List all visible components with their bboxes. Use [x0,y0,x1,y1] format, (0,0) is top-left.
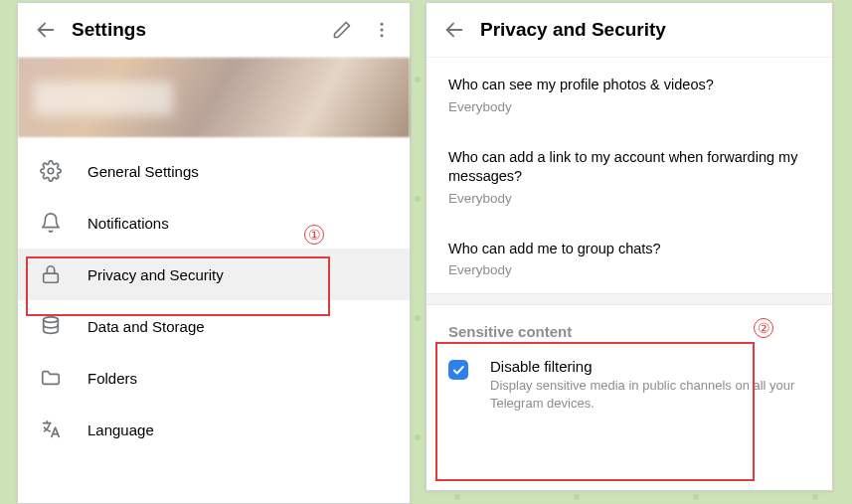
sidebar-item-notifications[interactable]: Notifications [18,197,410,249]
sidebar-item-label: Notifications [87,215,169,232]
database-icon [40,315,68,337]
lock-icon [40,263,68,285]
disable-filtering-label: Disable filtering [490,358,810,375]
privacy-row-forward-link[interactable]: Who can add a link to my account when fo… [448,130,810,222]
sidebar-item-language[interactable]: Language [18,404,410,455]
more-button[interactable] [362,10,402,50]
svg-point-4 [48,168,54,174]
privacy-value: Everybody [448,262,810,277]
disable-filtering-toggle[interactable]: Disable filtering Display sensitive medi… [448,352,810,429]
sidebar-item-data-storage[interactable]: Data and Storage [18,300,410,352]
profile-photo-strip[interactable] [18,58,410,137]
section-separator [426,293,832,305]
svg-rect-5 [44,273,59,282]
svg-point-6 [44,317,59,323]
sidebar-item-label: Data and Storage [87,318,205,335]
sidebar-item-folders[interactable]: Folders [18,352,410,404]
sidebar-item-label: General Settings [87,163,199,180]
sidebar-item-privacy-security[interactable]: Privacy and Security [18,249,410,300]
sidebar-item-label: Privacy and Security [87,266,224,283]
folder-icon [40,367,68,389]
sidebar-item-label: Folders [87,370,137,387]
svg-point-3 [381,34,384,37]
settings-panel: Settings General Settings Notifications … [17,2,411,504]
privacy-value: Everybody [448,99,810,114]
arrow-left-icon [443,19,465,41]
privacy-value: Everybody [448,191,810,206]
callout-badge-2: ② [754,318,773,338]
svg-point-2 [381,29,384,32]
checkbox-checked[interactable] [448,360,468,380]
disable-filtering-desc: Display sensitive media in public channe… [490,377,810,412]
sidebar-item-label: Language [87,421,154,438]
settings-menu: General Settings Notifications Privacy a… [18,137,410,463]
privacy-row-profile-photos[interactable]: Who can see my profile photos & videos? … [448,58,810,130]
sidebar-item-general-settings[interactable]: General Settings [18,145,410,197]
arrow-left-icon [35,19,57,41]
gear-icon [40,160,68,182]
privacy-row-group-chats[interactable]: Who can add me to group chats? Everybody [448,222,810,294]
settings-header: Settings [18,3,410,58]
edit-button[interactable] [322,10,362,50]
privacy-panel: Privacy and Security Who can see my prof… [426,2,833,491]
pencil-icon [332,20,352,40]
privacy-title: Privacy and Security [480,19,824,41]
language-icon [40,419,68,440]
bell-icon [40,212,68,234]
privacy-header: Privacy and Security [426,3,832,58]
svg-point-1 [381,23,384,26]
privacy-question: Who can add me to group chats? [448,240,810,259]
check-icon [451,363,465,377]
back-button[interactable] [26,10,66,50]
more-vertical-icon [372,20,392,40]
back-button[interactable] [434,10,474,50]
settings-title: Settings [72,19,322,41]
privacy-question: Who can add a link to my account when fo… [448,148,810,187]
callout-badge-1: ① [304,225,324,245]
privacy-question: Who can see my profile photos & videos? [448,76,810,95]
